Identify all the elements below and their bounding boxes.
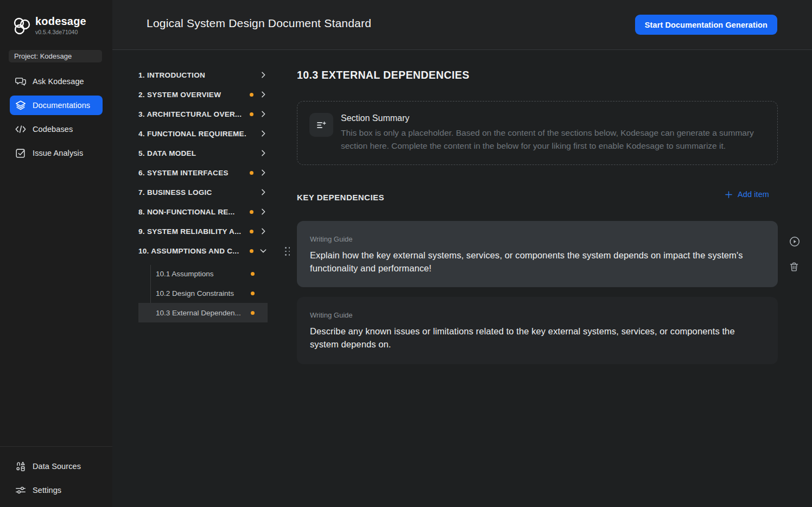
card-actions — [789, 236, 801, 272]
plus-icon — [725, 191, 733, 199]
generate-play-button[interactable] — [789, 236, 801, 248]
sidebar: kodesage v0.5.4.3de71040 Project: Kodesa… — [0, 0, 112, 507]
drag-handle[interactable] — [285, 247, 290, 257]
toc-subsection-list: 10.1 Assumptions 10.2 Design Constraints… — [138, 264, 268, 322]
content: 1. INTRODUCTION 2. SYSTEM OVERVIEW 3. AR… — [112, 50, 812, 507]
chevron-right-icon — [259, 188, 268, 197]
sidebar-item-issue-analysis[interactable]: Issue Analysis — [10, 143, 103, 163]
sidebar-item-codebases[interactable]: Codebases — [10, 119, 103, 139]
chevron-right-icon — [259, 129, 268, 138]
chevron-right-icon — [259, 227, 268, 236]
sidebar-item-label: Codebases — [33, 125, 73, 134]
summarize-icon — [309, 113, 333, 137]
writing-guide-text: Explain how the key external systems, se… — [310, 249, 744, 275]
sidebar-item-settings[interactable]: Settings — [10, 480, 103, 500]
section-editor: 10.3 EXTERNAL DEPENDENCIES Section Summa… — [297, 50, 778, 507]
chevron-right-icon — [259, 110, 268, 118]
sidebar-item-documentations[interactable]: Documentations — [10, 96, 103, 115]
status-dot — [250, 171, 253, 175]
sidebar-item-label: Data Sources — [33, 462, 81, 471]
toc-subitem-design-constraints[interactable]: 10.2 Design Constraints — [138, 283, 268, 303]
project-selector[interactable]: Project: Kodesage — [9, 50, 102, 62]
writing-guide-label: Writing Guide — [310, 311, 353, 319]
sliders-icon — [14, 484, 27, 497]
sidebar-item-data-sources[interactable]: Data Sources — [10, 457, 103, 476]
summary-placeholder-text: This box is only a placeholder. Based on… — [341, 126, 763, 152]
chevron-right-icon — [259, 71, 268, 79]
add-item-button[interactable]: Add item — [725, 190, 769, 199]
sidebar-item-label: Documentations — [33, 101, 90, 110]
sidebar-nav: Ask Kodesage Documentations Codebases — [10, 72, 103, 163]
chevron-right-icon — [259, 90, 268, 99]
project-label: Project: Kodesage — [14, 52, 72, 60]
status-dot — [251, 311, 255, 315]
chevron-down-icon — [259, 246, 268, 255]
writing-guide-text: Describe any known issues or limitations… — [310, 325, 744, 351]
code-icon — [14, 123, 27, 136]
toc-item-functional-requirements[interactable]: 4. FUNCTIONAL REQUIREME... — [138, 124, 268, 143]
sidebar-item-ask-kodesage[interactable]: Ask Kodesage — [10, 72, 103, 91]
status-dot — [251, 291, 255, 295]
section-summary-placeholder: Section Summary This box is only a place… — [297, 101, 778, 165]
app-version: v0.5.4.3de71040 — [35, 29, 86, 35]
toc-subitem-assumptions[interactable]: 10.1 Assumptions — [138, 264, 268, 283]
layers-icon — [14, 99, 27, 112]
status-dot — [250, 210, 253, 214]
sidebar-footer: Data Sources Settings — [0, 446, 112, 507]
check-square-icon — [14, 147, 27, 160]
toc-item-data-model[interactable]: 5. DATA MODEL — [138, 143, 268, 163]
toc-item-architectural-overview[interactable]: 3. ARCHITECTURAL OVER... — [138, 104, 268, 124]
play-circle-icon — [789, 236, 801, 248]
kodesage-logo-icon — [12, 16, 31, 36]
app-name: kodesage — [35, 15, 86, 28]
document-toc: 1. INTRODUCTION 2. SYSTEM OVERVIEW 3. AR… — [138, 65, 268, 322]
toc-item-assumptions-and-constraints[interactable]: 10. ASSUMPTIONS AND C... — [138, 241, 268, 261]
sidebar-item-label: Settings — [33, 486, 61, 495]
header: Logical System Design Document Standard … — [112, 0, 812, 50]
summary-title: Section Summary — [341, 113, 409, 123]
chevron-right-icon — [259, 149, 268, 157]
toc-item-business-logic[interactable]: 7. BUSINESS LOGIC — [138, 182, 268, 202]
shapes-icon — [14, 460, 27, 473]
toc-subitem-external-dependencies[interactable]: 10.3 External Dependen... — [138, 303, 268, 322]
status-dot — [250, 93, 253, 97]
start-documentation-generation-button[interactable]: Start Documentation Generation — [635, 15, 777, 35]
toc-item-introduction[interactable]: 1. INTRODUCTION — [138, 65, 268, 85]
writing-guide-label: Writing Guide — [310, 235, 353, 243]
delete-button[interactable] — [789, 261, 801, 272]
writing-guide-card[interactable]: Writing Guide Describe any known issues … — [297, 297, 778, 364]
status-dot — [250, 112, 253, 116]
key-dependencies-label: KEY DEPENDENCIES — [297, 193, 384, 202]
chat-icon — [14, 75, 27, 88]
status-dot — [251, 272, 255, 276]
add-item-label: Add item — [738, 190, 769, 199]
chevron-right-icon — [259, 168, 268, 177]
writing-guide-card[interactable]: Writing Guide Explain how the key extern… — [297, 221, 778, 287]
chevron-right-icon — [259, 207, 268, 216]
sidebar-item-label: Issue Analysis — [33, 149, 83, 157]
status-dot — [250, 230, 253, 233]
trash-icon — [789, 261, 800, 272]
toc-item-system-overview[interactable]: 2. SYSTEM OVERVIEW — [138, 85, 268, 104]
toc-item-system-reliability[interactable]: 9. SYSTEM RELIABILITY A... — [138, 221, 268, 241]
toc-item-system-interfaces[interactable]: 6. SYSTEM INTERFACES — [138, 163, 268, 182]
page-title: Logical System Design Document Standard — [147, 17, 371, 30]
sidebar-item-label: Ask Kodesage — [33, 77, 84, 86]
status-dot — [250, 249, 253, 253]
app-logo: kodesage v0.5.4.3de71040 — [12, 15, 86, 36]
section-heading: 10.3 EXTERNAL DEPENDENCIES — [297, 69, 470, 81]
toc-item-non-functional-requirements[interactable]: 8. NON-FUNCTIONAL RE... — [138, 202, 268, 221]
